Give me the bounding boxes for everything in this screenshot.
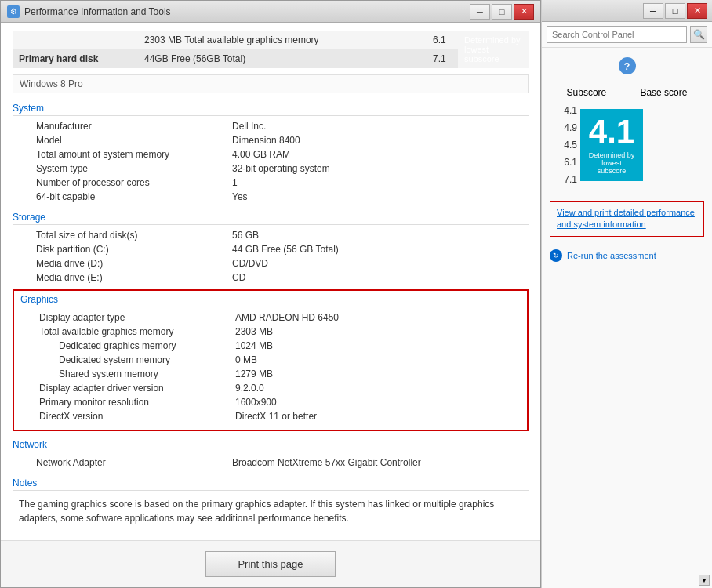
list-item: Number of processor cores1 [13,176,529,190]
list-item: Total available graphics memory2303 MB [16,325,525,339]
right-maximize-button[interactable]: □ [665,3,685,19]
system-section-header: System [13,103,529,116]
rerun-icon: ↻ [550,249,562,262]
content-area[interactable]: 2303 MB Total available graphics memory … [1,23,540,540]
list-item: System type32-bit operating system [13,162,529,176]
maximize-button[interactable]: □ [492,4,512,20]
close-button[interactable]: ✕ [514,4,534,20]
row-name: Primary hard disk [13,49,138,68]
list-item: DirectX versionDirectX 11 or better [16,409,525,423]
lowest-subscore-note: Determined by lowest subscore [458,31,529,68]
window-icon: ⚙ [7,5,20,18]
list-item: ManufacturerDell Inc. [13,119,529,133]
list-item: Primary monitor resolution1600x900 [16,395,525,409]
subscore-1: 4.1 [564,103,577,118]
scroll-controls: ▼ [542,574,712,588]
rerun-section[interactable]: ↻ Re-run the assessment [542,245,712,267]
right-title-bar: ─ □ ✕ [542,0,712,22]
print-button[interactable]: Print this page [205,551,335,577]
detail-link-box: View and print detailed performance and … [550,201,704,237]
network-table: Network AdapterBroadcom NetXtreme 57xx G… [13,456,529,470]
list-item: Media drive (E:)CD [13,270,529,285]
base-score-box: 4.1 Determined by lowest subscore [580,109,643,181]
search-bar: 🔍 [542,22,712,48]
graphics-section: Graphics Display adapter typeAMD RADEON … [13,289,529,431]
window-title: Performance Information and Tools [24,6,171,17]
graphics-section-header: Graphics [16,294,525,307]
main-window: ⚙ Performance Information and Tools ─ □ … [0,0,541,588]
list-item: Disk partition (C:)44 GB Free (56 GB Tot… [13,242,529,256]
list-item: ModelDimension 8400 [13,133,529,147]
subscore-3: 4.5 [564,137,577,153]
table-row: 2303 MB Total available graphics memory … [13,31,529,49]
notes-section: Notes The gaming graphics score is based… [13,477,529,528]
subscore-5: 7.1 [564,172,577,187]
row-name [13,31,138,49]
notes-section-header: Notes [13,477,529,491]
help-icon[interactable]: ? [619,57,636,74]
row-score: 7.1 [427,49,458,68]
storage-table: Total size of hard disk(s)56 GB Disk par… [13,228,529,285]
search-input[interactable] [547,26,687,43]
list-item: Dedicated system memory0 MB [16,353,525,367]
footer: Print this page [1,540,540,587]
scroll-down-arrow[interactable]: ▼ [699,575,710,586]
list-item: Display adapter typeAMD RADEON HD 6450 [16,310,525,325]
storage-section-header: Storage [13,212,529,225]
system-table: ManufacturerDell Inc. ModelDimension 840… [13,119,529,204]
list-item: 64-bit capableYes [13,190,529,204]
list-item: Display adapter driver version9.2.0.0 [16,381,525,395]
big-score-label: Determined by lowest subscore [587,151,637,175]
subscores-column: 4.1 4.9 4.5 6.1 7.1 [550,103,577,187]
row-score: 6.1 [427,31,458,49]
network-section-header: Network [13,439,529,452]
list-item: Media drive (D:)CD/DVD [13,256,529,270]
top-summary-table: 2303 MB Total available graphics memory … [13,31,529,68]
list-item: Dedicated graphics memory1024 MB [16,339,525,353]
subscore-4: 6.1 [564,154,577,170]
right-close-button[interactable]: ✕ [687,3,707,19]
title-controls: ─ □ ✕ [470,4,534,20]
windows-edition: Windows 8 Pro [13,74,529,93]
score-panel: Subscore Base score 4.1 4.9 4.5 6.1 7.1 … [542,81,712,194]
row-value: 2303 MB Total available graphics memory [138,31,427,49]
network-section: Network Network AdapterBroadcom NetXtrem… [13,439,529,470]
title-bar: ⚙ Performance Information and Tools ─ □ … [1,1,540,23]
right-panel: ─ □ ✕ 🔍 ? Subscore Base score 4.1 4.9 4.… [541,0,712,588]
minimize-button[interactable]: ─ [470,4,490,20]
score-headers: Subscore Base score [550,87,704,98]
search-icon[interactable]: 🔍 [690,26,707,43]
list-item: Network AdapterBroadcom NetXtreme 57xx G… [13,456,529,470]
notes-text: The gaming graphics score is based on th… [13,494,529,528]
base-score-header: Base score [640,87,687,98]
right-minimize-button[interactable]: ─ [643,3,663,19]
score-display: 4.1 4.9 4.5 6.1 7.1 4.1 Determined by lo… [550,103,704,187]
subscore-header: Subscore [567,87,607,98]
graphics-table: Display adapter typeAMD RADEON HD 6450 T… [16,310,525,423]
title-bar-left: ⚙ Performance Information and Tools [7,5,171,18]
list-item: Total amount of system memory4.00 GB RAM [13,147,529,162]
table-row: Primary hard disk 44GB Free (56GB Total)… [13,49,529,68]
big-score-number: 4.1 [589,115,634,148]
list-item: Shared system memory1279 MB [16,367,525,381]
rerun-text: Re-run the assessment [567,251,656,260]
subscore-2: 4.9 [564,120,577,136]
row-value: 44GB Free (56GB Total) [138,49,427,68]
list-item: Total size of hard disk(s)56 GB [13,228,529,242]
detail-link[interactable]: View and print detailed performance and … [557,208,695,229]
